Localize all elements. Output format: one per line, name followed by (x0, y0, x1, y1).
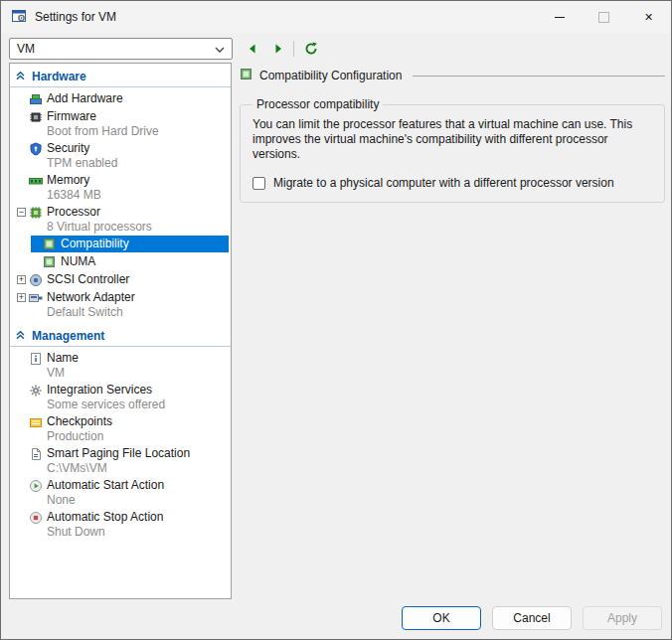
expander-slot (14, 109, 29, 124)
toolbar-separator (293, 41, 294, 57)
item-subtitle: TPM enabled (47, 156, 117, 170)
item-label: Automatic Start Action (47, 478, 164, 493)
section-label: Hardware (32, 70, 86, 83)
sidebar-item-automatic-start-action[interactable]: Automatic Start Action None (10, 477, 231, 508)
chevron-down-icon (215, 42, 225, 56)
add-hardware-icon (29, 91, 47, 106)
toolbar: VM (9, 37, 323, 61)
expander-slot: + (14, 272, 29, 287)
sidebar-item-name[interactable]: Name VM (10, 350, 231, 381)
item-subtitle: Boot from Hard Drive (47, 124, 159, 138)
navigate-back-button[interactable] (241, 38, 264, 60)
sidebar-item-security[interactable]: Security TPM enabled (10, 140, 231, 171)
expander-slot: + (14, 290, 29, 305)
firmware-icon (29, 109, 47, 124)
expander-slot (14, 383, 29, 398)
page-title: Compatibility Configuration (259, 69, 402, 82)
expander-slot (14, 446, 29, 461)
item-subtitle: Production (47, 429, 112, 443)
vm-selector[interactable]: VM (9, 38, 233, 60)
collapse-section-icon (15, 329, 26, 343)
start-action-icon (29, 478, 47, 493)
name-icon (29, 351, 47, 366)
sidebar-item-numa[interactable]: NUMA (31, 253, 229, 270)
checkpoints-icon (29, 414, 47, 429)
migrate-checkbox[interactable] (252, 177, 265, 190)
item-subtitle: Shut Down (47, 525, 163, 539)
sidebar-item-smart-paging-file-location[interactable]: Smart Paging File Location C:\VMs\VM (10, 445, 231, 476)
ok-button[interactable]: OK (402, 606, 481, 630)
header-rule (413, 76, 665, 77)
item-label: NUMA (61, 254, 95, 269)
management-section-header[interactable]: Management (10, 325, 231, 347)
sidebar-item-scsi-controller[interactable]: + SCSI Controller (10, 271, 231, 288)
navigate-forward-button[interactable] (266, 38, 290, 60)
item-subtitle: VM (47, 366, 79, 380)
expand-toggle-icon[interactable]: + (17, 275, 26, 284)
description-text: You can limit the processor features tha… (252, 117, 652, 162)
expand-toggle-icon[interactable]: + (17, 293, 26, 302)
cancel-button[interactable]: Cancel (492, 606, 572, 630)
item-label: Automatic Stop Action (47, 510, 163, 525)
item-label: Name (47, 351, 79, 366)
item-subtitle: 16384 MB (47, 188, 101, 202)
sidebar-item-integration-services[interactable]: Integration Services Some services offer… (10, 382, 231, 412)
item-subtitle: 8 Virtual processors (47, 220, 152, 234)
memory-icon (29, 173, 47, 188)
expander-slot (14, 351, 29, 366)
item-label: Integration Services (47, 383, 165, 398)
maximize-icon (598, 12, 609, 23)
minimize-button[interactable] (537, 1, 582, 33)
numa-icon (43, 254, 61, 269)
compatibility-page: Compatibility Configuration Processor co… (240, 63, 665, 203)
collapse-toggle-icon[interactable]: − (17, 208, 26, 217)
sidebar-item-memory[interactable]: Memory 16384 MB (10, 172, 231, 203)
item-label: Add Hardware (47, 91, 123, 106)
expander-slot (14, 510, 29, 525)
item-subtitle: Some services offered (47, 398, 165, 411)
sidebar-item-firmware[interactable]: Firmware Boot from Hard Drive (10, 108, 231, 139)
item-label: Compatibility (61, 237, 129, 251)
window-title: Settings for VM (35, 10, 116, 24)
network-adapter-icon (29, 290, 47, 305)
expander-slot (14, 91, 29, 106)
hardware-section-header[interactable]: Hardware (10, 66, 231, 87)
item-subtitle: None (47, 493, 164, 507)
minimize-icon (555, 17, 565, 18)
migrate-checkbox-row[interactable]: Migrate to a physical computer with a di… (252, 176, 654, 190)
sidebar-item-compatibility[interactable]: Compatibility (31, 236, 229, 252)
hyperv-settings-icon (11, 8, 27, 27)
group-title: Processor compatibility (252, 97, 383, 111)
compatibility-page-icon (240, 68, 252, 83)
settings-window: Settings for VM ✕ VM Hardware Add Hardwa… (0, 0, 672, 640)
item-label: Checkpoints (47, 414, 112, 429)
sidebar-item-automatic-stop-action[interactable]: Automatic Stop Action Shut Down (10, 509, 231, 540)
sidebar-item-add-hardware[interactable]: Add Hardware (10, 90, 231, 107)
file-icon (29, 446, 47, 461)
sidebar-item-network-adapter[interactable]: + Network Adapter Default Switch (10, 289, 231, 320)
item-subtitle: C:\VMs\VM (47, 461, 190, 475)
sidebar-item-checkpoints[interactable]: Checkpoints Production (10, 413, 231, 444)
sidebar-item-processor[interactable]: − Processor 8 Virtual processors (10, 204, 231, 235)
item-label: SCSI Controller (47, 272, 129, 287)
collapse-section-icon (15, 70, 26, 83)
processor-icon (29, 205, 47, 220)
expander-slot (14, 141, 29, 156)
apply-button[interactable]: Apply (583, 606, 662, 630)
gear-icon (29, 383, 47, 398)
item-label: Memory (47, 173, 101, 188)
section-label: Management (32, 329, 104, 343)
titlebar: Settings for VM ✕ (1, 1, 671, 33)
item-label: Firmware (47, 109, 159, 124)
close-button[interactable]: ✕ (626, 1, 671, 33)
item-subtitle: Default Switch (47, 305, 135, 319)
maximize-button[interactable] (582, 1, 626, 33)
refresh-button[interactable] (299, 38, 323, 60)
scsi-controller-icon (29, 272, 47, 287)
stop-action-icon (29, 510, 47, 525)
item-label: Security (47, 141, 117, 156)
processor-compatibility-group: Processor compatibility You can limit th… (240, 97, 665, 203)
dialog-footer: OK Cancel Apply (1, 597, 671, 639)
vm-selector-value: VM (17, 42, 35, 56)
page-header: Compatibility Configuration (240, 68, 665, 83)
